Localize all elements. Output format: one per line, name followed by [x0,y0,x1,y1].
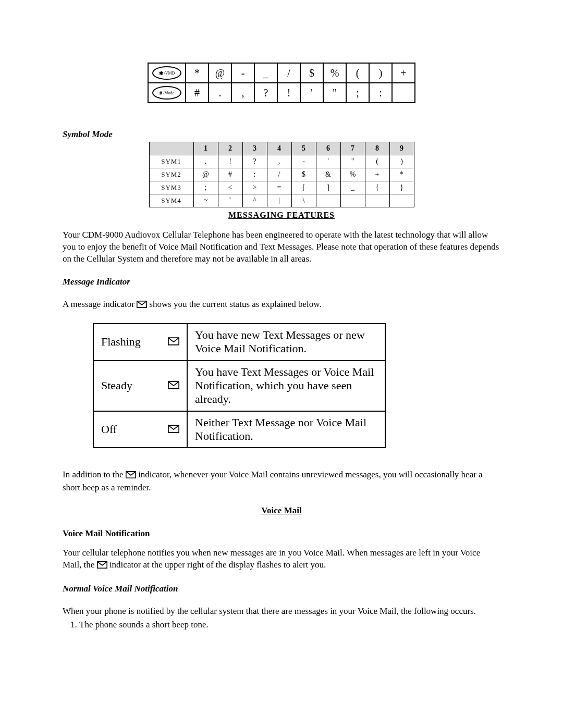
key-char: ! [277,83,300,103]
key-char: " [323,83,346,103]
cell [365,194,389,207]
key-char: * [186,63,209,83]
table-row: 1 2 3 4 5 6 7 8 9 [149,142,414,155]
envelope-icon [97,560,107,572]
key-char: ( [346,63,369,83]
cell: = [267,181,291,194]
normal-vm-notification-heading: Normal Voice Mail Notification [63,584,500,594]
normal-vm-steps: The phone sounds a short beep tone. [63,620,500,630]
table-row: SYM3 ; < > = [ ] _ { } [149,181,414,194]
col-header: 6 [316,142,340,155]
col-header: 2 [218,142,242,155]
key-char: ; [346,83,369,103]
envelope-icon [137,300,147,312]
indicator-desc: Neither Text Message nor Voice Mail Noti… [187,411,385,448]
key-char: ' [300,83,323,103]
envelope-icon [168,379,179,392]
cell: [ [291,181,316,194]
cell: < [218,181,242,194]
cell: $ [291,168,316,181]
table-row: Flashing You have new Text Messages or n… [93,324,385,361]
state-label: Off [101,423,117,436]
cell: . [193,155,218,168]
cell: * [389,168,414,181]
cell: ) [389,155,414,168]
envelope-icon [168,423,179,436]
cell: ~ [193,194,218,207]
key-char: ) [369,63,392,83]
indicator-table: Flashing You have new Text Messages or n… [93,323,386,449]
message-indicator-heading: Message Indicator [63,277,500,287]
messaging-features-heading: MESSAGING FEATURES [63,211,500,220]
vm-notification-paragraph: Your cellular telephone notifies you whe… [63,547,500,572]
col-header: 8 [365,142,389,155]
cell: : [242,168,267,181]
voice-mail-heading: Voice Mail [63,505,500,516]
cell [389,194,414,207]
indicator-state: Flashing [93,324,187,361]
key-char: - [231,63,254,83]
key-char: $ [300,63,323,83]
cell: _ [340,181,365,194]
col-header: 5 [291,142,316,155]
cell: ` [218,194,242,207]
hash-key-cap: #/Mode [148,83,186,103]
key-char: : [369,83,392,103]
cell: ; [193,181,218,194]
intro-paragraph: Your CDM-9000 Audiovox Cellular Telephon… [63,229,500,265]
row-label: SYM3 [149,181,193,194]
cell: # [218,168,242,181]
cell: - [291,155,316,168]
key-char [392,83,415,103]
cell: \ [291,194,316,207]
cell [316,194,340,207]
key-char: , [231,83,254,103]
key-char: @ [209,63,231,83]
cell [340,194,365,207]
cell: ' [316,155,340,168]
symbol-mode-heading: Symbol Mode [63,129,500,140]
text: In addition to the [63,470,124,479]
key-row: ✱/VMD * @ - _ / $ % ( ) + [148,63,415,83]
row-label: SYM1 [149,155,193,168]
cell: + [365,168,389,181]
cell: & [316,168,340,181]
indicator-state: Off [93,411,187,448]
key-char: / [277,63,300,83]
table-row: SYM1 . ! ? , - ' " ( ) [149,155,414,168]
envelope-icon [126,470,136,482]
indicator-state: Steady [93,361,187,411]
table-row: SYM2 @ # : / $ & % + * [149,168,414,181]
col-header: 7 [340,142,365,155]
indicator-desc: You have Text Messages or Voice Mail Not… [187,361,385,411]
state-label: Steady [101,379,132,392]
table-row: Off Neither Text Message nor Voice Mail … [93,411,385,448]
row-label: SYM4 [149,194,193,207]
cell: % [340,168,365,181]
text: indicator at the upper right of the disp… [109,560,326,570]
state-label: Flashing [101,335,141,349]
symbol-mode-table: 1 2 3 4 5 6 7 8 9 SYM1 . ! ? , - ' " ( )… [149,142,414,207]
indicator-after-paragraph: In addition to the indicator, whenever y… [63,469,500,494]
text: shows you the current status as explaine… [149,299,321,309]
voice-mail-notification-heading: Voice Mail Notification [63,528,500,539]
col-header: 4 [267,142,291,155]
key-rows-table: ✱/VMD * @ - _ / $ % ( ) + #/Mode # . , ?… [148,63,415,103]
envelope-icon [168,335,179,349]
cell: ] [316,181,340,194]
cell: > [242,181,267,194]
table-row: SYM4 ~ ` ^ | \ [149,194,414,207]
col-header: 3 [242,142,267,155]
cell: ! [218,155,242,168]
col-header: 9 [389,142,414,155]
key-char: % [323,63,346,83]
cell: " [340,155,365,168]
key-char: + [392,63,415,83]
row-label: SYM2 [149,168,193,181]
key-char: _ [254,63,277,83]
key-char: # [186,83,209,103]
key-char: ? [254,83,277,103]
table-row: Steady You have Text Messages or Voice M… [93,361,385,411]
indicator-lead: A message indicator shows you the curren… [63,299,500,312]
cell: } [389,181,414,194]
